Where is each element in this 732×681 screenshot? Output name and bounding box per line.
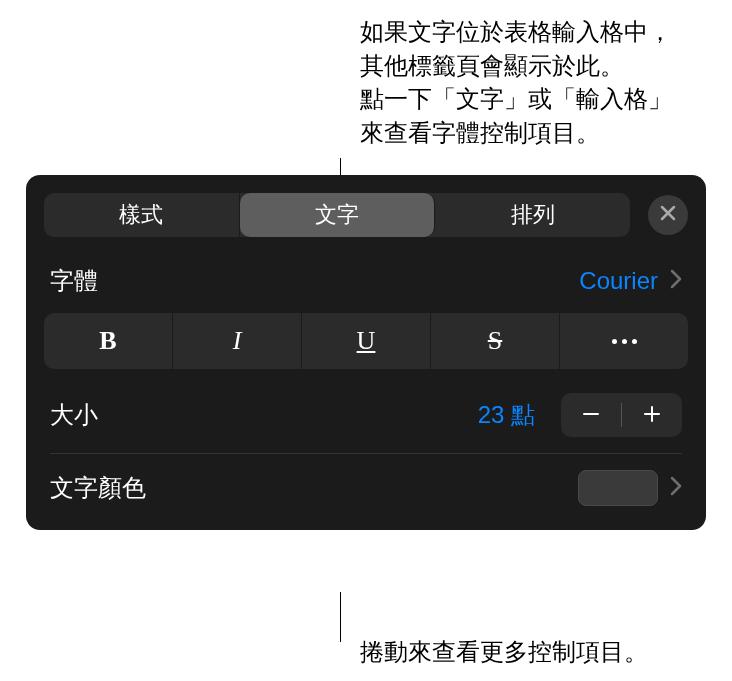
text-color-value-container	[578, 470, 682, 506]
strikethrough-icon: S	[488, 326, 502, 356]
tab-style[interactable]: 樣式	[44, 193, 240, 237]
annotation-bottom: 捲動來查看更多控制項目。	[360, 635, 648, 669]
font-value-container: Courier	[579, 267, 682, 295]
bold-icon: B	[99, 326, 116, 356]
color-swatch[interactable]	[578, 470, 658, 506]
more-icon	[612, 339, 637, 344]
strikethrough-button[interactable]: S	[431, 313, 560, 369]
chevron-right-icon	[670, 269, 682, 293]
size-increase-button[interactable]	[622, 393, 682, 437]
tabs-container: 樣式 文字 排列	[44, 193, 630, 237]
underline-icon: U	[357, 326, 376, 356]
tab-bar: 樣式 文字 排列	[26, 175, 706, 249]
size-value-container: 23 點	[478, 393, 682, 437]
size-stepper	[561, 393, 682, 437]
underline-button[interactable]: U	[302, 313, 431, 369]
style-buttons-row: B I U S	[26, 313, 706, 377]
annotation-top: 如果文字位於表格輸入格中，其他標籤頁會顯示於此。點一下「文字」或「輸入格」來查看…	[360, 15, 672, 149]
text-color-label: 文字顏色	[50, 472, 146, 504]
minus-icon	[581, 399, 601, 431]
size-label: 大小	[50, 399, 98, 431]
tab-text[interactable]: 文字	[240, 193, 436, 237]
tab-arrange[interactable]: 排列	[435, 193, 630, 237]
font-row[interactable]: 字體 Courier	[26, 249, 706, 313]
bold-button[interactable]: B	[44, 313, 173, 369]
close-button[interactable]	[648, 195, 688, 235]
size-value: 23 點	[478, 399, 535, 431]
size-decrease-button[interactable]	[561, 393, 621, 437]
text-color-row[interactable]: 文字顏色	[26, 454, 706, 522]
font-label: 字體	[50, 265, 98, 297]
plus-icon	[642, 399, 662, 431]
italic-icon: I	[233, 326, 242, 356]
chevron-right-icon	[670, 476, 682, 500]
size-row: 大小 23 點	[26, 377, 706, 453]
more-options-button[interactable]	[560, 313, 688, 369]
italic-button[interactable]: I	[173, 313, 302, 369]
style-buttons-group: B I U S	[44, 313, 688, 369]
close-icon	[659, 204, 677, 226]
callout-line-bottom	[340, 592, 341, 642]
format-panel: 樣式 文字 排列 字體 Courier B I U	[26, 175, 706, 530]
font-value: Courier	[579, 267, 658, 295]
